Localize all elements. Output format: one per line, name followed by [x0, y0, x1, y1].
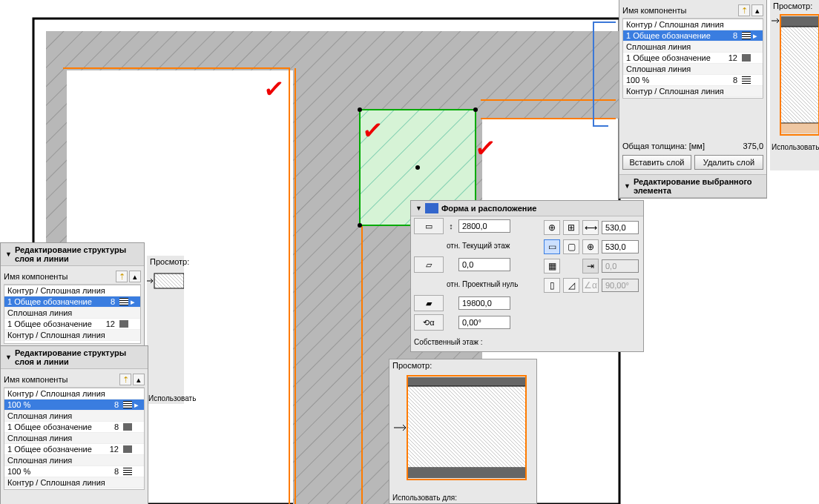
column-header: Имя компоненты	[4, 375, 118, 384]
table-row[interactable]: 1 Общее обозначение8▸	[4, 296, 140, 308]
section-title: Форма и расположение	[441, 204, 536, 213]
table-row[interactable]: Контур / Сплошная линия	[4, 477, 144, 488]
table-row[interactable]: Контур / Сплошная линия	[4, 388, 144, 399]
chevron-down-icon: ▼	[5, 354, 12, 361]
table-row[interactable]: 1 Общее обозначение8	[4, 422, 144, 433]
component-table: Контур / Сплошная линия 100 %8▸ Сплошная…	[4, 388, 145, 490]
svg-rect-19	[780, 27, 819, 123]
use-label: Использовать	[772, 143, 819, 151]
table-row[interactable]: Сплошная линия	[4, 411, 144, 422]
use-label: Использовать	[147, 393, 197, 404]
offset-icon[interactable]: ⇥	[582, 259, 599, 273]
rel-zero-label: отн. Проектный нуль	[447, 280, 518, 288]
preview-b: Просмотр: Использовать для:	[389, 359, 537, 504]
scroll-up-icon[interactable]: ▴	[129, 271, 141, 282]
component-table: Контур / Сплошная линия 1 Общее обозначе…	[4, 285, 141, 344]
section-title: Редактирование структуры слоя и линии	[15, 348, 143, 366]
table-row[interactable]: 1 Общее обозначение12	[623, 53, 763, 64]
own-floor-label: Собственный этаж :	[414, 338, 483, 346]
svg-rect-18	[780, 16, 819, 27]
insert-layer-button[interactable]: Вставить слой	[622, 155, 691, 170]
column-header: Имя компоненты	[622, 6, 737, 15]
thickness-value: 375,0	[726, 142, 763, 150]
component-table: Контур / Сплошная линия 1 Общее обозначе…	[622, 19, 763, 99]
rel-floor-input[interactable]	[458, 258, 510, 271]
rotate-icon[interactable]: ⟲α	[414, 314, 444, 331]
chevron-down-icon: ▼	[624, 182, 631, 190]
table-row[interactable]: Сплошная линия	[4, 308, 140, 319]
section-title: Редактирование структуры слоя и линии	[15, 245, 139, 263]
svg-point-10	[358, 223, 362, 228]
svg-point-8	[358, 107, 362, 112]
preview-label: Просмотр:	[147, 256, 184, 268]
table-row[interactable]: 100 %8	[4, 466, 144, 477]
hatch-icon[interactable]: ▦	[544, 259, 560, 273]
column-header: Имя компоненты	[4, 272, 114, 281]
arrow-icon: ↕	[447, 222, 455, 231]
svg-point-9	[473, 107, 478, 112]
anchor-icon[interactable]: ⊕	[544, 220, 560, 235]
move-up-icon[interactable]: ⇡	[738, 4, 750, 16]
anchor-icon[interactable]: ▭	[544, 239, 560, 254]
width-input[interactable]	[602, 221, 639, 234]
struct-panel-c: Имя компоненты ⇡ ▴ Контур / Сплошная лин…	[619, 0, 767, 199]
rel-floor-label: отн. Текущий этаж	[447, 242, 510, 250]
use-label: Использовать для:	[392, 494, 457, 502]
canvas: ✓ ✓ ✓ ▼Редактирование структуры слоя и л…	[0, 0, 819, 504]
mirror-icon[interactable]: ◿	[563, 278, 579, 293]
plane-icon[interactable]: ▰	[414, 295, 444, 311]
svg-rect-15	[407, 386, 526, 468]
svg-rect-13	[154, 273, 184, 288]
table-row[interactable]: 100 %8	[623, 75, 763, 86]
preview-c: Просмотр: Использовать	[770, 0, 819, 170]
thickness-label: Общая толщина: [мм]	[622, 142, 726, 150]
svg-rect-20	[780, 123, 819, 133]
anchor-icon[interactable]: ⊞	[563, 220, 579, 235]
table-row[interactable]: 1 Общее обозначение8▸	[623, 30, 763, 42]
delete-layer-button[interactable]: Удалить слой	[694, 155, 763, 170]
svg-rect-16	[407, 468, 526, 478]
table-row[interactable]: Контур / Сплошная линия	[623, 86, 763, 97]
dim-icon[interactable]: ⊕	[582, 239, 599, 254]
table-row[interactable]: 1 Общее обозначение12	[4, 319, 140, 330]
svg-rect-14	[407, 377, 526, 386]
move-up-icon[interactable]: ⇡	[119, 374, 131, 385]
svg-point-12	[415, 165, 420, 170]
section-header[interactable]: ▼Форма и расположение	[411, 201, 643, 216]
section-header[interactable]: ▼Редактирование выбранного элемента	[619, 174, 766, 198]
dim-icon[interactable]: ⟷	[582, 220, 599, 235]
preview-label: Просмотр:	[389, 359, 536, 371]
table-row[interactable]: Сплошная линия	[623, 64, 763, 75]
table-row[interactable]: Контур / Сплошная линия	[4, 285, 140, 296]
mirror-icon[interactable]: ▯	[544, 278, 560, 293]
form-position-panel: ▼Форма и расположение ▭↕ отн. Текущий эт…	[410, 200, 644, 352]
rel-zero-input[interactable]	[458, 296, 510, 310]
move-up-icon[interactable]: ⇡	[116, 271, 128, 282]
section-header[interactable]: ▼Редактирование структуры слоя и линии	[1, 346, 148, 369]
table-row[interactable]: 1 Общее обозначение12	[4, 444, 144, 455]
profile-icon[interactable]: ▭	[414, 218, 444, 234]
height-input[interactable]	[458, 219, 510, 233]
plane-icon[interactable]: ▱	[414, 256, 444, 273]
struct-panel-b: ▼Редактирование структуры слоя и линии И…	[0, 345, 148, 504]
section-header[interactable]: ▼Редактирование структуры слоя и линии	[1, 243, 144, 266]
rotate-input[interactable]	[602, 279, 639, 292]
chevron-down-icon: ▼	[415, 205, 422, 212]
anchor-icon[interactable]: ▢	[563, 239, 579, 254]
table-row[interactable]: Сплошная линия	[623, 42, 763, 53]
preview-a: Просмотр: Использовать	[147, 256, 184, 404]
preview-label: Просмотр:	[770, 0, 819, 12]
form-icon	[425, 203, 438, 213]
scroll-up-icon[interactable]: ▴	[133, 374, 145, 385]
depth-input[interactable]	[602, 240, 639, 253]
table-row[interactable]: Сплошная линия	[4, 433, 144, 444]
table-row[interactable]: Сплошная линия	[4, 455, 144, 466]
angle-input[interactable]	[458, 316, 510, 329]
table-row[interactable]: Контур / Сплошная линия	[623, 19, 763, 30]
table-row[interactable]: 100 %8▸	[4, 399, 144, 411]
section-title: Редактирование выбранного элемента	[634, 177, 762, 195]
table-row[interactable]: Контур / Сплошная линия	[4, 330, 140, 341]
offset-input[interactable]	[602, 259, 639, 273]
scroll-up-icon[interactable]: ▴	[751, 4, 763, 16]
angle-icon[interactable]: ∠α	[582, 278, 599, 293]
